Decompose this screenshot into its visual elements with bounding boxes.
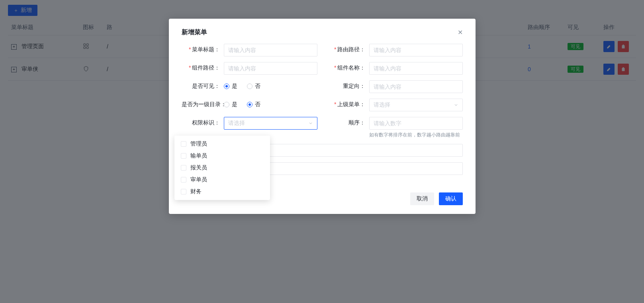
- label-component-path: *组件路径：: [182, 62, 224, 72]
- close-icon[interactable]: ✕: [458, 29, 463, 36]
- perm-option-label: 管理员: [190, 140, 207, 148]
- route-path-input[interactable]: [369, 44, 463, 56]
- label-top-level: 是否为一级目录：: [182, 99, 224, 108]
- perm-key-select[interactable]: 请选择: [224, 117, 317, 130]
- cancel-button[interactable]: 取消: [410, 192, 434, 205]
- visible-radio-group: 是 否: [224, 80, 317, 90]
- component-name-input[interactable]: [369, 62, 463, 75]
- perm-option[interactable]: 输单员: [174, 150, 270, 162]
- component-path-input[interactable]: [224, 62, 317, 75]
- chevron-down-icon: [308, 121, 313, 126]
- radio-toplevel-yes[interactable]: 是: [224, 101, 237, 108]
- label-component-name: *组件名称：: [327, 62, 369, 72]
- modal-title: 新增菜单: [182, 28, 207, 37]
- ok-button[interactable]: 确认: [439, 192, 463, 205]
- checkbox-icon: [181, 177, 186, 183]
- label-route-path: *路由路径：: [327, 44, 369, 53]
- perm-option-label: 审单员: [190, 176, 207, 183]
- perm-key-dropdown: 管理员 输单员 报关员 审单员 财务: [174, 136, 270, 200]
- perm-option[interactable]: 管理员: [174, 138, 270, 150]
- checkbox-icon: [181, 189, 186, 194]
- checkbox-icon: [181, 141, 186, 147]
- menu-title-input[interactable]: [224, 44, 317, 56]
- perm-option[interactable]: 审单员: [174, 174, 270, 186]
- label-order: 顺序：: [327, 117, 369, 126]
- order-input[interactable]: [369, 117, 463, 130]
- radio-toplevel-no[interactable]: 否: [247, 101, 260, 108]
- radio-visible-no[interactable]: 否: [247, 83, 260, 90]
- perm-option-label: 输单员: [190, 152, 207, 159]
- perm-option[interactable]: 报关员: [174, 162, 270, 174]
- label-menu-title: *菜单标题：: [182, 44, 224, 53]
- top-level-radio-group: 是 否: [224, 99, 317, 108]
- perm-option[interactable]: 财务: [174, 186, 270, 198]
- label-parent-menu: *上级菜单：: [327, 99, 369, 108]
- order-hint: 如有数字将排序在前，数字越小路由越靠前: [369, 131, 463, 138]
- redirect-input[interactable]: [369, 80, 463, 93]
- label-visible: 是否可见：: [182, 80, 224, 90]
- radio-visible-yes[interactable]: 是: [224, 83, 237, 90]
- chevron-down-icon: [454, 103, 458, 107]
- parent-menu-select[interactable]: 请选择: [369, 99, 463, 111]
- perm-option-label: 财务: [190, 188, 202, 195]
- checkbox-icon: [181, 153, 186, 159]
- perm-option-label: 报关员: [190, 164, 207, 171]
- checkbox-icon: [181, 165, 186, 171]
- label-perm-key: 权限标识：: [182, 117, 224, 126]
- label-redirect: 重定向：: [327, 80, 369, 90]
